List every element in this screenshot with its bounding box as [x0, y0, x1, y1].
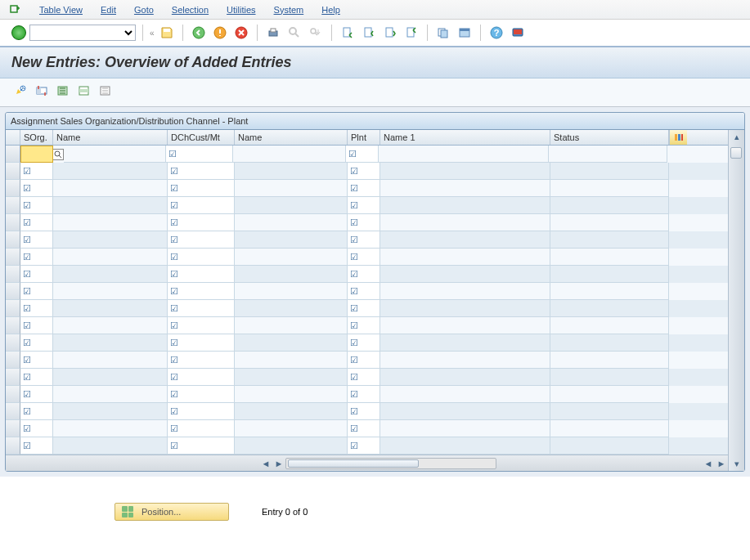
row-selector[interactable] — [6, 386, 20, 403]
cell-plnt[interactable]: ☑ — [348, 437, 380, 455]
hscroll-thumb[interactable] — [288, 459, 419, 468]
row-selector[interactable] — [6, 214, 20, 231]
cell-sorg[interactable]: ☑ — [20, 317, 53, 334]
cell-sorg[interactable]: ☑ — [20, 386, 53, 403]
scroll-right-icon[interactable]: ► — [272, 459, 285, 468]
modify-icon[interactable] — [8, 3, 21, 16]
delimit-icon[interactable] — [33, 82, 51, 100]
scroll-down-icon[interactable]: ▾ — [729, 457, 744, 471]
cell-dch[interactable]: ☑ — [168, 300, 235, 317]
menu-edit[interactable]: Edit — [101, 5, 116, 15]
cell-sorg[interactable]: ☑ — [20, 180, 53, 197]
cell-sorg[interactable]: ☑ — [20, 249, 53, 266]
col-plnt[interactable]: Plnt — [348, 130, 380, 145]
menu-goto[interactable]: Goto — [134, 5, 154, 15]
cell-plnt[interactable]: ☑ — [348, 231, 380, 249]
cell-sorg[interactable]: ☑ — [20, 420, 53, 437]
row-selector[interactable] — [6, 369, 20, 386]
last-page-icon[interactable] — [402, 24, 420, 42]
row-selector[interactable] — [6, 403, 20, 420]
row-selector[interactable] — [6, 197, 20, 214]
cell-dch[interactable]: ☑ — [168, 283, 235, 300]
row-selector[interactable] — [6, 163, 20, 180]
col-name[interactable]: Name — [53, 130, 168, 145]
cell-sorg[interactable]: ☑ — [20, 300, 53, 317]
customize-layout-icon[interactable] — [509, 24, 527, 42]
scroll-up-icon[interactable]: ▴ — [729, 130, 744, 144]
cell-sorg[interactable]: ☑ — [20, 231, 53, 249]
row-selector[interactable] — [6, 334, 20, 352]
row-selector[interactable] — [6, 352, 20, 369]
cell-plnt[interactable]: ☑ — [348, 214, 380, 231]
display-change-icon[interactable] — [11, 82, 29, 100]
cell-sorg[interactable]: ☑ — [20, 369, 53, 386]
deselect-all-icon[interactable] — [97, 82, 115, 100]
value-help-icon[interactable] — [52, 149, 64, 160]
row-selector[interactable] — [6, 317, 20, 334]
cell-plnt[interactable]: ☑ — [348, 197, 380, 214]
cell-plnt[interactable]: ☑ — [348, 249, 380, 266]
cell-plnt[interactable]: ☑ — [348, 352, 380, 369]
cell-dch[interactable]: ☑ — [168, 369, 235, 386]
cell-plnt[interactable]: ☑ — [348, 266, 380, 283]
new-session-icon[interactable] — [434, 24, 452, 42]
select-all-icon[interactable] — [54, 82, 72, 100]
cancel-icon[interactable] — [232, 24, 250, 42]
col-name1[interactable]: Name 1 — [380, 130, 550, 145]
cell-dch[interactable]: ☑ — [168, 214, 235, 231]
enter-icon[interactable] — [11, 25, 26, 40]
cell-dch[interactable]: ☑ — [168, 403, 235, 420]
menu-system[interactable]: System — [274, 5, 304, 15]
scroll-left2-icon[interactable]: ◄ — [702, 459, 715, 468]
menu-help[interactable]: Help — [321, 5, 340, 15]
cell-plnt[interactable]: ☑ — [348, 386, 380, 403]
cell-dch[interactable]: ☑ — [168, 352, 235, 369]
cell-dch[interactable]: ☑ — [168, 386, 235, 403]
cell-plnt[interactable]: ☑ — [346, 146, 379, 163]
col-sorg[interactable]: SOrg. — [20, 130, 53, 145]
col-name2[interactable]: Name — [235, 130, 348, 145]
print-icon[interactable] — [264, 24, 282, 42]
cell-sorg[interactable]: ☑ — [20, 266, 53, 283]
horizontal-scrollbar[interactable]: ◄ ► ◄ ► — [6, 455, 728, 471]
exit-icon[interactable] — [211, 24, 229, 42]
vertical-scrollbar[interactable]: ▴ ▾ — [728, 130, 744, 471]
cell-sorg[interactable]: ☑ — [20, 403, 53, 420]
first-page-icon[interactable] — [339, 24, 357, 42]
position-button[interactable]: Position... — [115, 503, 229, 521]
cell-plnt[interactable]: ☑ — [348, 403, 380, 420]
cell-dch[interactable]: ☑ — [168, 437, 235, 455]
find-next-icon[interactable] — [307, 24, 325, 42]
scroll-right2-icon[interactable]: ► — [715, 459, 728, 468]
cell-dch[interactable]: ☑ — [168, 334, 235, 352]
row-selector[interactable] — [6, 180, 20, 197]
cell-sorg[interactable]: ☑ — [20, 197, 53, 214]
cell-dch[interactable]: ☑ — [168, 231, 235, 249]
select-block-icon[interactable] — [75, 82, 93, 100]
row-selector[interactable] — [6, 420, 20, 437]
scroll-left-icon[interactable]: ◄ — [259, 459, 272, 468]
menu-selection[interactable]: Selection — [172, 5, 209, 15]
save-icon[interactable] — [158, 24, 176, 42]
vscroll-thumb[interactable] — [730, 147, 742, 159]
row-selector[interactable] — [6, 300, 20, 317]
find-icon[interactable] — [285, 24, 303, 42]
row-selector[interactable] — [6, 146, 20, 163]
cell-plnt[interactable]: ☑ — [348, 163, 380, 180]
cell-sorg[interactable]: ☑ — [20, 352, 53, 369]
cell-plnt[interactable]: ☑ — [348, 283, 380, 300]
generate-shortcut-icon[interactable] — [456, 24, 474, 42]
cell-sorg[interactable]: ☑ — [20, 334, 53, 352]
col-dch[interactable]: DChCust/Mt — [168, 130, 235, 145]
cell-plnt[interactable]: ☑ — [348, 317, 380, 334]
cell-plnt[interactable]: ☑ — [348, 420, 380, 437]
row-selector[interactable] — [6, 437, 20, 455]
col-status[interactable]: Status — [550, 130, 669, 145]
cell-plnt[interactable]: ☑ — [348, 369, 380, 386]
cell-dch[interactable]: ☑ — [166, 146, 233, 163]
row-selector[interactable] — [6, 283, 20, 300]
cell-plnt[interactable]: ☑ — [348, 180, 380, 197]
cell-plnt[interactable]: ☑ — [348, 300, 380, 317]
cell-sorg[interactable]: ☑ — [20, 283, 53, 300]
row-selector[interactable] — [6, 231, 20, 249]
